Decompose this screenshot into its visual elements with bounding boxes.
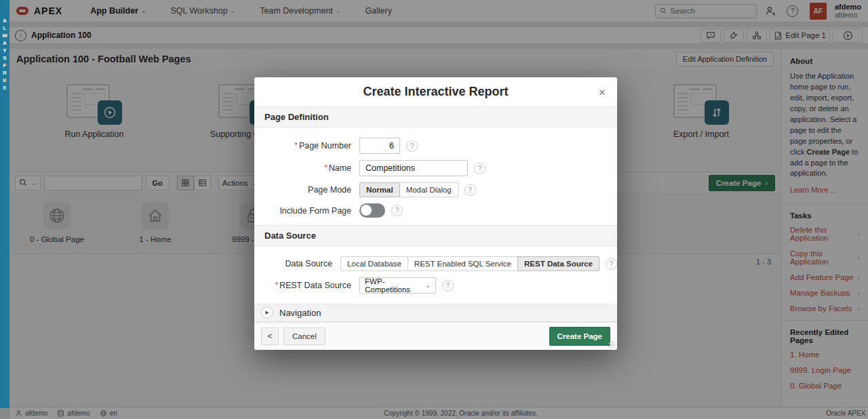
help-icon[interactable]: ? [442,280,454,292]
navigation-label: Navigation [279,308,321,318]
back-button[interactable]: < [261,327,279,345]
local-database-option[interactable]: Local Database [340,256,408,271]
name-input[interactable] [359,160,468,176]
close-icon[interactable]: ✕ [595,85,609,99]
apex-app-builder-window: APEX App Builder ⌄ SQL Workshop ⌄ Team D… [0,0,868,419]
cancel-button[interactable]: Cancel [283,327,326,345]
required-marker: * [324,163,327,172]
section-data-source: Data Source [254,225,617,246]
resize-handle-icon[interactable] [609,342,615,348]
navigation-collapsible[interactable]: ▶ Navigation [254,304,617,321]
page-mode-normal-option[interactable]: Normal [359,182,400,197]
selected-value: FWP-Competitions [365,277,425,294]
data-source-label: Data Source [254,259,340,268]
include-form-page-label: Include Form Page [254,206,359,216]
required-marker: * [275,281,278,289]
include-form-page-row: Include Form Page ? [254,203,617,218]
dialog-header: Create Interactive Report ✕ [254,77,617,106]
help-icon[interactable]: ? [606,258,617,270]
page-mode-modal-dialog-option[interactable]: Modal Dialog [399,182,458,197]
help-icon[interactable]: ? [465,184,476,196]
name-label: *Name [254,163,359,173]
data-source-pill-group: Local Database REST Enabled SQL Service … [340,256,599,271]
rest-enabled-sql-option[interactable]: REST Enabled SQL Service [408,256,518,271]
required-marker: * [295,141,298,149]
dialog-create-page-button[interactable]: Create Page [549,327,610,346]
chevron-down-icon: ⌄ [425,282,431,289]
section-page-definition: Page Definition [254,106,617,127]
page-mode-pill-group: Normal Modal Dialog [359,182,458,197]
page-mode-label: Page Mode [254,185,359,195]
rest-data-source-select[interactable]: FWP-Competitions ⌄ [359,277,436,294]
help-icon[interactable]: ? [474,163,486,174]
name-row: *Name ? [254,160,617,176]
rest-data-source-option[interactable]: REST Data Source [517,256,599,271]
data-source-row: Data Source Local Database REST Enabled … [254,256,617,271]
page-number-label: *Page Number [254,141,359,151]
page-number-row: *Page Number ? [254,138,617,154]
dialog-footer: < Cancel Create Page [254,322,617,350]
create-interactive-report-dialog: Create Interactive Report ✕ Page Definit… [254,77,617,350]
dialog-title: Create Interactive Report [363,85,508,99]
include-form-page-toggle[interactable] [359,203,385,218]
rest-data-source-label: *REST Data Source [254,281,359,290]
page-number-input[interactable] [359,138,400,154]
help-icon[interactable]: ? [391,205,403,216]
always-free-ribbon: ALWAYSFREE [0,0,9,408]
expand-icon[interactable]: ▶ [261,306,273,319]
rest-data-source-row: *REST Data Source FWP-Competitions ⌄ ? [254,277,617,294]
help-icon[interactable]: ? [406,140,418,152]
page-mode-row: Page Mode Normal Modal Dialog ? [254,182,617,197]
